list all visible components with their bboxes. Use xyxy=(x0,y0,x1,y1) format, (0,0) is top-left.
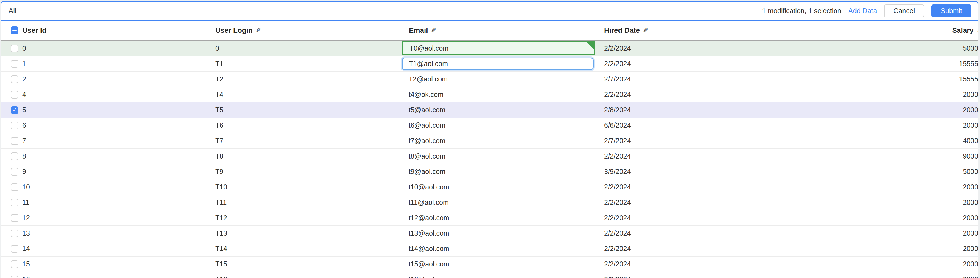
cell-email[interactable]: t9@aol.com xyxy=(402,164,595,179)
cell-salary[interactable]: 50000 xyxy=(963,41,978,56)
table-row[interactable]: ✓ 5 T5 t5@aol.com 2/8/2024 20000 xyxy=(2,102,977,118)
cell-hired-date[interactable]: 2/2/2024 xyxy=(604,179,631,195)
cell-salary[interactable]: 20000 xyxy=(963,195,978,210)
cell-salary[interactable]: 40000 xyxy=(963,133,978,149)
table-row[interactable]: 8 T8 t8@aol.com 2/2/2024 90007 xyxy=(2,149,977,164)
cell-salary[interactable]: 20000 xyxy=(963,241,978,256)
table-row[interactable]: 11 T11 t11@aol.com 2/2/2024 20000 xyxy=(2,195,977,210)
row-checkbox[interactable] xyxy=(11,183,18,191)
cell-salary[interactable]: 155555 xyxy=(959,72,978,87)
cell-salary[interactable]: 20000 xyxy=(963,272,978,278)
cell-hired-date[interactable]: 2/8/2024 xyxy=(604,102,631,118)
table-row[interactable]: 13 T13 t13@aol.com 2/2/2024 20000 xyxy=(2,226,977,241)
cell-salary[interactable]: 20000 xyxy=(963,210,978,225)
cell-email[interactable]: t10@aol.com xyxy=(402,179,595,195)
cell-email[interactable]: t7@aol.com xyxy=(402,133,595,149)
table-row[interactable]: 9 T9 t9@aol.com 3/9/2024 50000 xyxy=(2,164,977,179)
column-header[interactable]: User Id xyxy=(22,21,46,40)
cell-user-login[interactable]: T5 xyxy=(215,102,223,118)
table-row[interactable]: 0 0 T0@aol.com 2/2/2024 50000 xyxy=(2,41,977,56)
cell-hired-date[interactable]: 2/2/2024 xyxy=(604,149,631,164)
cell-user-login[interactable]: T11 xyxy=(215,195,227,210)
table-row[interactable]: 14 T14 t14@aol.com 2/2/2024 20000 xyxy=(2,241,977,257)
cell-email[interactable]: t12@aol.com xyxy=(402,210,595,225)
row-checkbox[interactable]: ✓ xyxy=(11,106,18,114)
row-checkbox[interactable] xyxy=(11,168,18,176)
table-row[interactable]: 1 T1 T1@aol.com 2/2/2024 155555 xyxy=(2,56,977,72)
cell-hired-date[interactable]: 2/2/2024 xyxy=(604,272,631,278)
cell-salary[interactable]: 20000 xyxy=(963,179,978,195)
cell-user-login[interactable]: T15 xyxy=(215,257,227,272)
table-row[interactable]: 2 T2 T2@aol.com 2/7/2024 155555 xyxy=(2,72,977,87)
cell-salary[interactable]: 50000 xyxy=(963,164,978,179)
cell-user-login[interactable]: T2 xyxy=(215,72,223,87)
cell-user-login[interactable]: T8 xyxy=(215,149,223,164)
cell-email[interactable]: t14@aol.com xyxy=(402,241,595,256)
cell-hired-date[interactable]: 2/2/2024 xyxy=(604,241,631,256)
cell-email[interactable]: t11@aol.com xyxy=(402,195,595,210)
cell-salary[interactable]: 20000 xyxy=(963,226,978,241)
cell-hired-date[interactable]: 2/2/2024 xyxy=(604,210,631,225)
table-row[interactable]: 10 T10 t10@aol.com 2/2/2024 20000 xyxy=(2,179,977,195)
cell-hired-date[interactable]: 2/7/2024 xyxy=(604,133,631,149)
cell-user-login[interactable]: T13 xyxy=(215,226,227,241)
add-data-link[interactable]: Add Data xyxy=(848,7,877,15)
cell-hired-date[interactable]: 2/2/2024 xyxy=(604,41,631,56)
filter-all[interactable]: All xyxy=(8,6,16,15)
cell-email[interactable]: T1@aol.com xyxy=(402,58,593,70)
cell-user-login[interactable]: T14 xyxy=(215,241,227,256)
cell-email[interactable]: t5@aol.com xyxy=(402,102,595,118)
row-checkbox[interactable] xyxy=(11,60,18,68)
cell-salary[interactable]: 20000 xyxy=(963,118,978,133)
row-checkbox[interactable] xyxy=(11,121,18,129)
cell-salary[interactable]: 90007 xyxy=(963,149,978,164)
cell-salary[interactable]: 155555 xyxy=(959,56,978,71)
table-row[interactable]: 15 T15 t15@aol.com 2/2/2024 20000 xyxy=(2,257,977,272)
cell-user-login[interactable]: T9 xyxy=(215,164,223,179)
row-checkbox[interactable] xyxy=(11,214,18,222)
table-row[interactable]: 7 T7 t7@aol.com 2/7/2024 40000 xyxy=(2,133,977,149)
cell-email[interactable]: t6@aol.com xyxy=(402,118,595,133)
table-row[interactable]: 12 T12 t12@aol.com 2/2/2024 20000 xyxy=(2,210,977,226)
cell-user-login[interactable]: 0 xyxy=(215,41,219,56)
row-checkbox[interactable] xyxy=(11,260,18,268)
row-checkbox[interactable] xyxy=(11,276,18,278)
cancel-button[interactable]: Cancel xyxy=(884,5,924,18)
row-checkbox[interactable] xyxy=(11,230,18,237)
cell-email[interactable]: t8@aol.com xyxy=(402,149,595,164)
cell-user-login[interactable]: T1 xyxy=(215,56,223,71)
cell-hired-date[interactable]: 2/2/2024 xyxy=(604,195,631,210)
cell-hired-date[interactable]: 6/6/2024 xyxy=(604,118,631,133)
row-checkbox[interactable] xyxy=(11,137,18,145)
cell-user-login[interactable]: T7 xyxy=(215,133,223,149)
cell-user-login[interactable]: T6 xyxy=(215,118,223,133)
cell-email[interactable]: T2@aol.com xyxy=(402,72,595,87)
row-checkbox[interactable] xyxy=(11,75,18,83)
column-header[interactable]: Email ✎ xyxy=(409,21,436,40)
cell-salary[interactable]: 20000 xyxy=(963,87,978,102)
cell-hired-date[interactable]: 3/9/2024 xyxy=(604,164,631,179)
table-row[interactable]: 4 T4 t4@ok.com 2/2/2024 20000 xyxy=(2,87,977,102)
cell-hired-date[interactable]: 2/2/2024 xyxy=(604,257,631,272)
cell-email[interactable]: t15@aol.com xyxy=(402,257,595,272)
row-checkbox[interactable] xyxy=(11,91,18,99)
cell-email[interactable]: t4@ok.com xyxy=(402,87,595,102)
cell-salary[interactable]: 20000 xyxy=(963,102,978,118)
cell-email[interactable]: t13@aol.com xyxy=(402,226,595,241)
cell-email[interactable]: t16@aol.com xyxy=(402,272,595,278)
cell-email[interactable]: T0@aol.com xyxy=(402,41,595,55)
select-all-checkbox[interactable] xyxy=(11,26,18,34)
column-header[interactable]: Hired Date ✎ xyxy=(604,21,648,40)
row-checkbox[interactable] xyxy=(11,199,18,206)
row-checkbox[interactable] xyxy=(11,245,18,253)
column-header[interactable]: User Login ✎ xyxy=(215,21,261,40)
cell-user-login[interactable]: T10 xyxy=(215,179,227,195)
table-row[interactable]: 6 T6 t6@aol.com 6/6/2024 20000 xyxy=(2,118,977,133)
row-checkbox[interactable] xyxy=(11,45,18,52)
cell-hired-date[interactable]: 2/2/2024 xyxy=(604,56,631,71)
cell-hired-date[interactable]: 2/7/2024 xyxy=(604,72,631,87)
row-checkbox[interactable] xyxy=(11,152,18,160)
cell-salary[interactable]: 20000 xyxy=(963,257,978,272)
cell-user-login[interactable]: T12 xyxy=(215,210,227,225)
cell-hired-date[interactable]: 2/2/2024 xyxy=(604,226,631,241)
